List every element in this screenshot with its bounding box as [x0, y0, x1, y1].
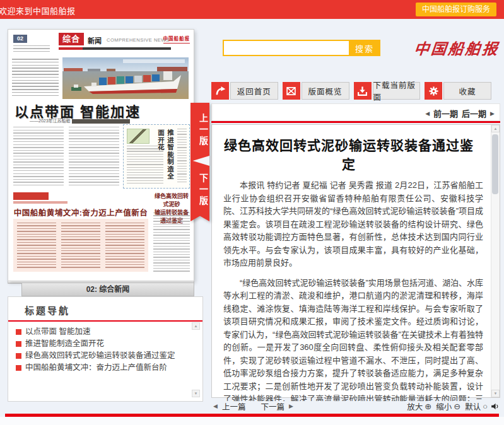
favorite-label: 收藏 [443, 82, 491, 100]
previous-page-tab[interactable]: 上一版 [190, 103, 209, 156]
section-subtitle: 新闻 [88, 35, 102, 45]
toolbar: 返回首页 版面概览 下载当前版面 收藏 [211, 82, 491, 100]
section-rule [59, 47, 171, 50]
nav-scrollbar[interactable]: ▲ ▼ [192, 322, 200, 397]
tab-tail [190, 212, 209, 221]
red-bullet-icon [16, 329, 21, 335]
top-bar: 欢迎来到中国船舶报 中国船舶报订购服务 [0, 0, 504, 19]
issue-panel: ◀ 前一期 后一期 ▶ [211, 103, 500, 121]
bottom-strip [0, 417, 504, 425]
previous-article-link[interactable]: 上一篇 [222, 400, 246, 412]
zoom-out-icon[interactable]: ⊖ [454, 402, 460, 411]
nav-item-label: 以点带面 智能加速 [25, 327, 90, 336]
scroll-up-icon[interactable]: ▲ [491, 125, 500, 132]
article-column-lines [13, 127, 64, 187]
page-overview-label: 版面概览 [302, 82, 349, 100]
red-bullet-icon [16, 365, 21, 371]
red-bullet-icon [16, 341, 21, 347]
article-column-lines [17, 223, 56, 268]
article-column-lines [69, 127, 119, 187]
nav-item[interactable]: 绿色高效回转式泥砂输运转驳装备通过鉴定 [16, 350, 186, 362]
intro-text-lines [12, 59, 59, 98]
article-column-lines [105, 223, 144, 268]
download-icon [354, 82, 372, 100]
article-column-lines [153, 212, 190, 272]
download-page-label: 下载当前版面 [373, 82, 421, 100]
nav-item[interactable]: 推进智能制造全面开花 [16, 338, 186, 350]
red-rule [211, 121, 500, 123]
nav-list: 以点带面 智能加速 推进智能制造全面开花 绿色高效回转式泥砂输运转驳装备通过鉴定… [16, 326, 186, 374]
boxed-article-vertical-headline: 推进智能制造全面开花 [156, 129, 175, 185]
next-issue-arrow-icon[interactable]: ▶ [490, 110, 495, 117]
text-size-controls: 放大 ⊕ 缩小 ⊖ 默认 ○ [407, 400, 500, 412]
article-body: 本报讯 特约记者 夏纪福 记者 吴秀霞 报道 2月22日，江苏省船舶工业行业协会… [223, 179, 483, 401]
side-title-line1: 绿色高效回转式泥砂 [153, 192, 190, 209]
article-prev-next: ◀ 上一篇 下一篇 ▶ [213, 400, 293, 412]
return-home-icon [211, 82, 229, 100]
section-badge: 综合 [59, 33, 84, 45]
scrollbar-thumb[interactable] [492, 134, 498, 194]
tab-notch [190, 156, 209, 166]
search-button[interactable]: 搜索 [349, 40, 380, 56]
highlighted-article-block [13, 219, 148, 272]
zoom-in-icon[interactable]: ⊕ [425, 402, 431, 411]
subscribe-button[interactable]: 中国船舶报订购服务 [416, 3, 496, 16]
next-issue-link[interactable]: 后一期 [462, 107, 486, 119]
article-scrollbar[interactable]: ▲ ▼ [491, 125, 500, 397]
favorite-button[interactable]: 收藏 [425, 82, 491, 100]
page-caption: 02: 综合新闻 [21, 282, 194, 296]
boxed-article-lines [177, 129, 187, 184]
previous-article-arrow-icon[interactable]: ◀ [213, 403, 218, 409]
next-article-arrow-icon[interactable]: ▶ [289, 403, 293, 409]
article-column-lines [61, 223, 100, 268]
search-input[interactable] [223, 40, 351, 56]
zoom-in-button[interactable]: 放大 [407, 400, 423, 412]
tab-notch-wedge [190, 156, 209, 166]
nav-item[interactable]: 以点带面 智能加速 [16, 326, 186, 338]
next-article-link[interactable]: 下一篇 [261, 400, 284, 412]
page-overview-button[interactable]: 版面概览 [283, 82, 349, 100]
nav-item-label: 绿色高效回转式泥砂输运转驳装备通过鉴定 [25, 351, 175, 360]
boxed-article: 推进智能制造全面开花 [123, 124, 190, 189]
nav-item[interactable]: 中国船舶黄埔文冲：奋力迈上产值新台阶 [16, 362, 186, 374]
previous-issue-link[interactable]: 前一期 [433, 107, 458, 119]
ship-photo-graphic [62, 57, 189, 99]
page-overview-icon [283, 82, 300, 100]
nav-item-label: 推进智能制造全面开花 [25, 339, 104, 348]
nav-panel-title: 标题导航 [8, 297, 202, 320]
page-number-badge: 02 [13, 35, 27, 43]
return-home-label: 返回首页 [230, 82, 278, 100]
masthead-date-lines [13, 45, 50, 53]
issue-nav: ◀ 前一期 后一期 ▶ [425, 107, 495, 119]
previous-issue-arrow-icon[interactable]: ◀ [425, 110, 430, 117]
newspaper-page-thumbnail[interactable]: 02 综合 新闻 COMPREHENSIVE NEWS 中国船舶报 [8, 29, 194, 281]
page-tabs: 上一版 下一版 [190, 103, 209, 221]
scroll-down-icon[interactable]: ▼ [491, 390, 500, 397]
next-page-tab[interactable]: 下一版 [190, 166, 209, 212]
speaker-icon[interactable] [491, 402, 500, 410]
title-navigation-panel: 标题导航 以点带面 智能加速 推进智能制造全面开花 绿色高效回转式泥砂输运转驳装… [8, 296, 203, 402]
article-paragraph: “绿色高效回转式泥砂输运转驳装备”实用场景包括河道、湖泊、水库等水利工程的清淤、… [223, 277, 483, 402]
site-logo: 中国船舶报 [413, 37, 501, 59]
masthead-logo: 中国船舶报 [163, 35, 190, 44]
scroll-down-icon[interactable]: ▼ [192, 390, 200, 397]
article-paragraph: 本报讯 特约记者 夏纪福 记者 吴秀霞 报道 2月22日，江苏省船舶工业行业协会… [223, 179, 483, 270]
article-panel: 绿色高效回转式泥砂输运转驳装备通过鉴定 本报讯 特约记者 夏纪福 记者 吴秀霞 … [211, 124, 500, 398]
section-english: COMPREHENSIVE NEWS [107, 37, 169, 43]
ship-photo [62, 57, 189, 99]
return-home-button[interactable]: 返回首页 [211, 82, 278, 100]
nav-item-label: 中国船舶黄埔文冲：奋力迈上产值新台阶 [25, 363, 167, 372]
reset-size-button[interactable]: 默认 [465, 400, 481, 412]
scroll-up-icon[interactable]: ▲ [192, 322, 200, 330]
download-page-button[interactable]: 下载当前版面 [354, 82, 421, 100]
zoom-out-button[interactable]: 缩小 [436, 400, 452, 412]
column-label-badge [13, 192, 49, 200]
red-bullet-icon [16, 353, 21, 359]
subheadline-text: ——2023年江苏船舶 [30, 119, 71, 123]
reset-size-icon[interactable]: ○ [483, 402, 488, 411]
thumbnail-subheadline: ——2023年江苏船舶 [30, 117, 130, 124]
welcome-text: 欢迎来到中国船舶报 [0, 4, 76, 16]
article-footer: ◀ 上一篇 下一篇 ▶ 放大 ⊕ 缩小 ⊖ 默认 ○ [213, 400, 500, 412]
gear-icon [425, 82, 442, 100]
boxed-article-image [127, 129, 149, 144]
